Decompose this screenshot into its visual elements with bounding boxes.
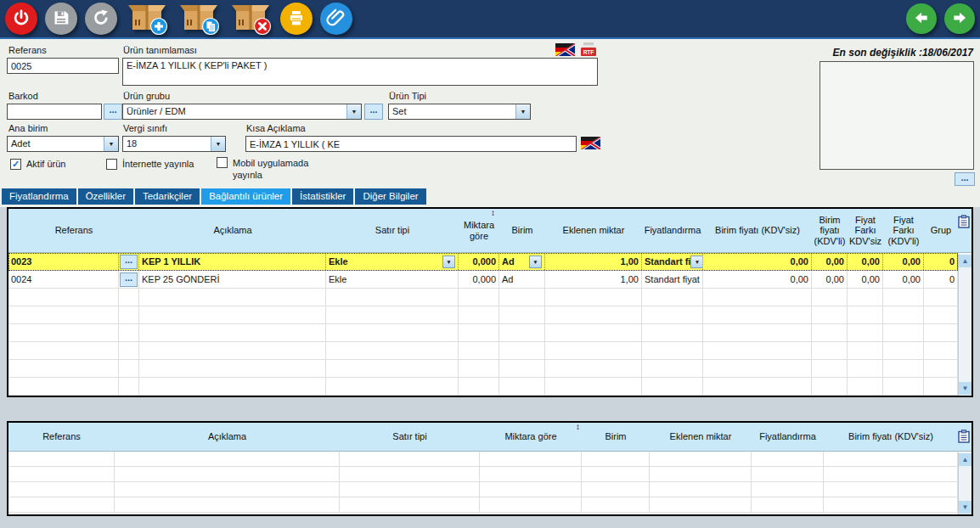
vertical-scrollbar[interactable]: ▲ ▼ [958,452,972,514]
referans-input[interactable]: 0025 [7,58,119,74]
scroll-down-icon[interactable]: ▼ [959,501,972,514]
chevron-down-icon[interactable]: ▼ [346,104,361,119]
translate-flag-icon[interactable] [581,137,600,151]
tab-tedarikciler[interactable]: Tedarikçiler [135,188,200,205]
cell-birim-fiyati-kdvli[interactable]: 0,00 [812,271,848,288]
cell-fiyat-farki-kdvli[interactable]: 0,00 [883,271,924,288]
table-row[interactable]: 0024 ... KEP 25 GÖNDERİ Ekle 0,000 Ad 1,… [8,271,958,289]
save-button[interactable] [45,3,77,35]
vergi-sinifi-select[interactable]: 18 ▼ [122,136,226,152]
internette-yayinla-checkbox[interactable]: İnternette yayınla [106,159,194,170]
aktif-urun-checkbox[interactable]: ✓ Aktif ürün [10,159,65,170]
cell-fiyat-farki-kdvli[interactable]: 0,00 [883,253,924,270]
product-add-button[interactable] [125,1,169,37]
translate-flag-icon[interactable] [555,43,575,58]
cell-fiyatlandirma[interactable]: Standart fiyat [642,271,703,288]
ana-birim-select[interactable]: Adet ▼ [7,136,119,152]
urun-tanimlamasi-textarea[interactable]: E-İMZA 1 YILLIK ( KEP'li PAKET ) [122,58,598,86]
col-birim[interactable]: Birim [582,423,650,451]
kisa-aciklama-input[interactable]: E-İMZA 1 YILLIK ( KE [245,136,577,152]
cell-birim-fiyati-kdvsiz[interactable]: 0,00 [703,253,812,270]
col-referans[interactable]: Referans [8,209,139,252]
mobil-yayinla-checkbox[interactable]: Mobil uygulamada yayınla [217,157,331,182]
copy-grid-icon[interactable] [958,430,970,445]
tab-baglantili-urunler[interactable]: Bağlantılı ürünler [201,188,290,205]
col-satir-tipi[interactable]: Satır tipi [326,209,459,252]
col-grup[interactable]: Grup [924,209,958,252]
print-button[interactable] [280,3,313,35]
table-row[interactable]: 0023 ... KEP 1 YILLIK Ekle▼ 0,000 Ad▼ 1,… [8,253,958,271]
checkbox-checked-icon[interactable]: ✓ [10,159,21,170]
scroll-down-icon[interactable]: ▼ [959,382,972,395]
col-birim-fiyati-kdvli[interactable]: Birim fiyatı (KDV'li) [812,209,848,252]
urun-grubu-browse-button[interactable]: ... [364,104,383,120]
cell-referans[interactable]: 0023 [8,253,119,270]
col-eklenen-miktar[interactable]: Eklenen miktar [545,209,642,252]
checkbox-unchecked-icon[interactable] [217,157,228,168]
cell-aciklama[interactable]: KEP 1 YILLIK [139,253,326,270]
col-fiyatlandirma[interactable]: Fiyatlandırma [642,209,703,252]
tab-diger-bilgiler[interactable]: Diğer Bilgiler [355,188,425,205]
cell-aciklama[interactable]: KEP 25 GÖNDERİ [139,271,326,288]
col-fiyat-farki-kdvsiz[interactable]: Fiyat Farkı KDV'siz [848,209,883,252]
chevron-down-icon[interactable]: ▼ [442,256,455,268]
power-button[interactable] [5,3,37,35]
product-image-box[interactable] [819,61,974,170]
cell-miktara-gore[interactable]: 0,000 [459,271,499,288]
scroll-up-icon[interactable]: ▲ [959,255,972,267]
cell-grup[interactable]: 0 [924,271,958,288]
scroll-up-icon[interactable]: ▲ [959,453,972,466]
cell-eklenen-miktar[interactable]: 1,00 [545,253,642,270]
sort-indicator-icon[interactable]: ↕ [491,209,495,217]
col-birim[interactable]: Birim [499,209,545,252]
attachment-button[interactable] [320,3,352,35]
nav-back-button[interactable] [906,3,937,34]
cell-miktara-gore[interactable]: 0,000 [459,253,499,270]
cell-fiyat-farki-kdvsiz[interactable]: 0,00 [848,271,883,288]
cell-eklenen-miktar[interactable]: 1,00 [545,271,642,288]
cell-satir-tipi[interactable]: Ekle▼ [326,253,459,270]
row-browse-button[interactable]: ... [120,272,138,287]
urun-tipi-select[interactable]: Set ▼ [388,104,531,120]
urun-grubu-select[interactable]: Ürünler / EDM ▼ [122,104,362,120]
cell-birim-fiyati-kdvsiz[interactable]: 0,00 [703,271,812,288]
product-delete-button[interactable] [228,1,273,37]
nav-forward-button[interactable] [944,3,975,34]
image-browse-button[interactable]: ... [955,172,975,186]
col-miktara-gore[interactable]: Miktara göre [480,423,582,451]
col-fiyat-farki-kdvli[interactable]: Fiyat Farkı (KDV'li) [883,209,924,252]
col-fiyatlandirma[interactable]: Fiyatlandırma [752,423,824,451]
cell-fiyatlandirma[interactable]: Standart fi▼ [642,253,703,270]
cell-fiyat-farki-kdvsiz[interactable]: 0,00 [848,253,883,270]
cell-birim-fiyati-kdvli[interactable]: 0,00 [812,253,848,270]
tab-istatistikler[interactable]: İstatistikler [292,188,353,205]
barkod-input[interactable] [7,104,102,120]
rtf-editor-icon[interactable]: RTF [580,42,597,59]
col-birim-fiyati-kdvsiz[interactable]: Birim fiyatı (KDV'siz) [703,209,812,252]
cell-grup[interactable]: 0 [924,253,958,270]
chevron-down-icon[interactable]: ▼ [515,104,530,119]
barkod-browse-button[interactable]: ... [104,104,122,120]
col-satir-tipi[interactable]: Satır tipi [340,423,480,451]
chevron-down-icon[interactable]: ▼ [211,137,225,151]
col-aciklama[interactable]: Açıklama [139,209,326,252]
tab-fiyatlandirma[interactable]: Fiyatlandırma [2,188,76,205]
chevron-down-icon[interactable]: ▼ [529,256,542,268]
sort-indicator-icon[interactable]: ↕ [576,423,580,431]
undo-button[interactable] [85,3,117,35]
checkbox-unchecked-icon[interactable] [106,159,117,170]
cell-satir-tipi[interactable]: Ekle [326,271,459,288]
chevron-down-icon[interactable]: ▼ [690,256,703,268]
chevron-down-icon[interactable]: ▼ [104,137,118,151]
col-eklenen-miktar[interactable]: Eklenen miktar [650,423,752,451]
cell-referans[interactable]: 0024 [8,271,119,288]
cell-birim[interactable]: Ad▼ [499,253,545,270]
col-referans[interactable]: Referans [8,423,115,451]
copy-grid-icon[interactable] [958,215,970,230]
col-birim-fiyati-kdvsiz[interactable]: Birim fiyatı (KDV'siz) [824,423,958,451]
vertical-scrollbar[interactable]: ▲ ▼ [958,254,972,396]
product-copy-button[interactable] [177,1,221,37]
tab-ozellikler[interactable]: Özellikler [78,188,133,205]
row-browse-button[interactable]: ... [120,255,138,269]
col-aciklama[interactable]: Açıklama [115,423,340,451]
